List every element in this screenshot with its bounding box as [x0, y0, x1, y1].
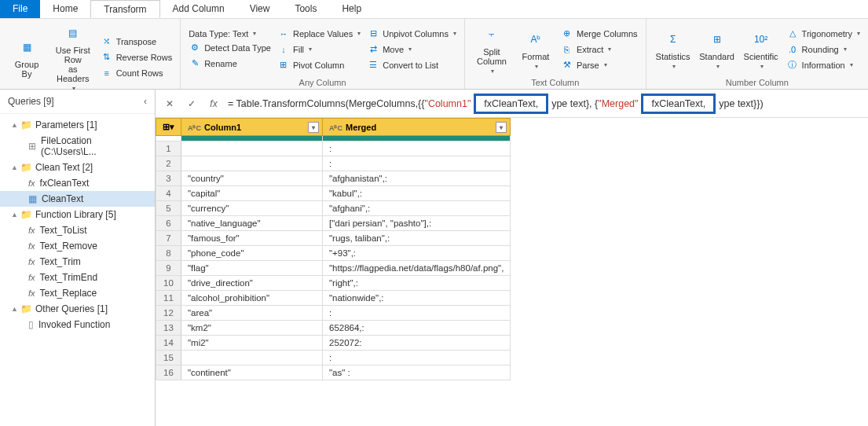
cell-column1[interactable]: [181, 156, 323, 171]
tab-view[interactable]: View: [237, 0, 283, 18]
cancel-formula-button[interactable]: ✕: [162, 96, 178, 112]
table-row[interactable]: 3"country""afghanistan",:: [156, 171, 511, 186]
cell-merged[interactable]: :: [323, 306, 511, 321]
rounding-button[interactable]: .0Rounding: [786, 43, 860, 56]
cell-merged[interactable]: "kabul",:: [323, 186, 511, 201]
cell-merged[interactable]: "nationwide",:: [323, 291, 511, 306]
filter-icon[interactable]: ▾: [308, 122, 319, 133]
tree-item[interactable]: fxText_Replace: [0, 285, 155, 301]
rename-button[interactable]: ✎Rename: [189, 57, 271, 70]
table-row[interactable]: 13 "km2"652864,:: [156, 321, 511, 336]
formula-input[interactable]: = Table.TransformColumns(MergeColumns,{{…: [228, 94, 862, 114]
tab-tools[interactable]: Tools: [282, 0, 329, 18]
cell-column1[interactable]: "famous_for": [181, 231, 323, 246]
row-number[interactable]: 3: [156, 171, 181, 186]
tab-add-column[interactable]: Add Column: [160, 0, 237, 18]
tree-item[interactable]: ▯Invoked Function: [0, 317, 155, 332]
cell-merged[interactable]: :: [323, 141, 511, 156]
information-button[interactable]: ⓘInformation: [786, 59, 860, 72]
cell-column1[interactable]: "area": [181, 306, 323, 321]
row-number[interactable]: 2: [156, 156, 181, 171]
cell-merged[interactable]: "as" :: [323, 365, 511, 380]
cell-column1[interactable]: "drive_direction": [181, 276, 323, 291]
group-by-button[interactable]: ▦ Group By: [8, 22, 46, 92]
table-row[interactable]: 6"native_language"["dari persian", "pash…: [156, 216, 511, 231]
cell-merged[interactable]: "afghani",:: [323, 201, 511, 216]
tree-item[interactable]: fxText_Trim: [0, 254, 155, 270]
data-table-area[interactable]: ⊞▾ AᴮCColumn1▾ AᴮCMerged▾ 1:2:3"country"…: [156, 118, 868, 426]
row-number[interactable]: 13: [156, 321, 181, 336]
table-row[interactable]: 16"continent""as" :: [156, 365, 511, 380]
cell-column1[interactable]: [181, 351, 323, 365]
corner-cell[interactable]: ⊞▾: [156, 119, 181, 136]
table-row[interactable]: 11"alcohol_prohibition""nationwide",:: [156, 291, 511, 306]
format-button[interactable]: Aᵇ Format: [517, 22, 555, 76]
tree-group[interactable]: ▲📁Clean Text [2]: [0, 160, 155, 175]
cell-merged[interactable]: "https://flagpedia.net/data/flags/h80/af…: [323, 261, 511, 276]
cell-column1[interactable]: "mi2": [181, 336, 323, 351]
cell-merged[interactable]: :: [323, 156, 511, 171]
convert-list-button[interactable]: ☰Convert to List: [367, 59, 456, 72]
trig-button[interactable]: △Trigonometry: [786, 28, 860, 40]
reverse-rows-button[interactable]: ⇅Reverse Rows: [101, 51, 173, 64]
cell-column1[interactable]: "capital": [181, 186, 323, 201]
table-row[interactable]: 15:: [156, 351, 511, 365]
count-rows-button[interactable]: ≡Count Rows: [101, 67, 173, 79]
tab-file[interactable]: File: [0, 0, 40, 18]
tab-home[interactable]: Home: [40, 0, 90, 18]
row-number[interactable]: 12: [156, 306, 181, 321]
standard-button[interactable]: ⊞ Standard: [698, 22, 736, 76]
queries-header[interactable]: Queries [9] ‹: [0, 90, 155, 114]
row-number[interactable]: 7: [156, 231, 181, 246]
row-number[interactable]: 15: [156, 351, 181, 365]
tree-group[interactable]: ▲📁Parameters [1]: [0, 117, 155, 133]
table-row[interactable]: 9"flag""https://flagpedia.net/data/flags…: [156, 261, 511, 276]
cell-merged[interactable]: "+93",:: [323, 246, 511, 261]
table-row[interactable]: 8"phone_code""+93",:: [156, 246, 511, 261]
cell-merged[interactable]: :: [323, 351, 511, 365]
tab-help[interactable]: Help: [329, 0, 374, 18]
row-number[interactable]: 10: [156, 276, 181, 291]
column-header-merged[interactable]: AᴮCMerged▾: [323, 119, 511, 136]
pivot-button[interactable]: ⊞Pivot Column: [277, 59, 361, 72]
tree-item[interactable]: fxfxCleanText: [0, 175, 155, 191]
cell-column1[interactable]: "currency": [181, 201, 323, 216]
cell-column1[interactable]: "phone_code": [181, 246, 323, 261]
table-row[interactable]: 5"currency""afghani",:: [156, 201, 511, 216]
cell-column1[interactable]: "continent": [181, 365, 323, 380]
column-header-column1[interactable]: AᴮCColumn1▾: [181, 119, 323, 136]
transpose-button[interactable]: ⤭Transpose: [101, 35, 173, 48]
row-number[interactable]: 14: [156, 336, 181, 351]
tree-item[interactable]: fxText_ToList: [0, 222, 155, 238]
row-number[interactable]: 1: [156, 141, 181, 156]
cell-merged[interactable]: 652864,:: [323, 321, 511, 336]
parse-button[interactable]: ⚒Parse: [561, 59, 638, 72]
accept-formula-button[interactable]: ✓: [184, 96, 200, 112]
detect-type-button[interactable]: ⚙Detect Data Type: [189, 42, 271, 54]
cell-merged[interactable]: "rugs, taliban",:: [323, 231, 511, 246]
cell-column1[interactable]: "alcohol_prohibition": [181, 291, 323, 306]
row-number[interactable]: 9: [156, 261, 181, 276]
cell-merged[interactable]: "right",:: [323, 276, 511, 291]
tree-item[interactable]: ⊞FileLocation (C:\Users\L...: [0, 133, 155, 160]
filter-icon[interactable]: ▾: [496, 122, 507, 133]
collapse-icon[interactable]: ‹: [144, 96, 147, 107]
table-row[interactable]: 12"area":: [156, 306, 511, 321]
row-number[interactable]: 6: [156, 216, 181, 231]
tree-group[interactable]: ▲📁Function Library [5]: [0, 207, 155, 222]
tree-item[interactable]: fxText_Remove: [0, 238, 155, 254]
data-type-button[interactable]: Data Type: Text: [189, 29, 271, 39]
cell-column1[interactable]: "km2": [181, 321, 323, 336]
tree-item[interactable]: ▦CleanText: [0, 191, 155, 207]
replace-values-button[interactable]: ↔Replace Values: [277, 28, 361, 40]
merge-columns-button[interactable]: ⊕Merge Columns: [561, 28, 638, 40]
cell-merged[interactable]: 252072:: [323, 336, 511, 351]
extract-button[interactable]: ⎘Extract: [561, 43, 638, 56]
cell-merged[interactable]: ["dari persian", "pashto"],:: [323, 216, 511, 231]
table-row[interactable]: 4"capital""kabul",:: [156, 186, 511, 201]
cell-column1[interactable]: [181, 141, 323, 156]
row-number[interactable]: 16: [156, 365, 181, 380]
row-number[interactable]: 8: [156, 246, 181, 261]
table-row[interactable]: 1:: [156, 141, 511, 156]
row-number[interactable]: 4: [156, 186, 181, 201]
